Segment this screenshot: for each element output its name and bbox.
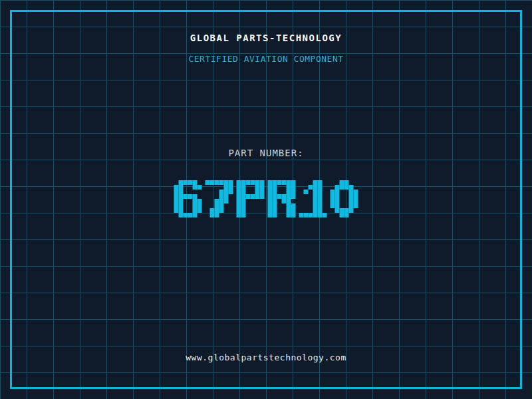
- certification-tagline: CERTIFIED AVIATION COMPONENT: [0, 54, 532, 64]
- part-number-label: PART NUMBER:: [0, 148, 532, 158]
- part-certificate-page: GLOBAL PARTS-TECHNOLOGY CERTIFIED AVIATI…: [0, 0, 532, 399]
- website-url: www.globalpartstechnology.com: [0, 352, 532, 362]
- company-name: GLOBAL PARTS-TECHNOLOGY: [0, 33, 532, 43]
- part-number-display: [174, 180, 358, 217]
